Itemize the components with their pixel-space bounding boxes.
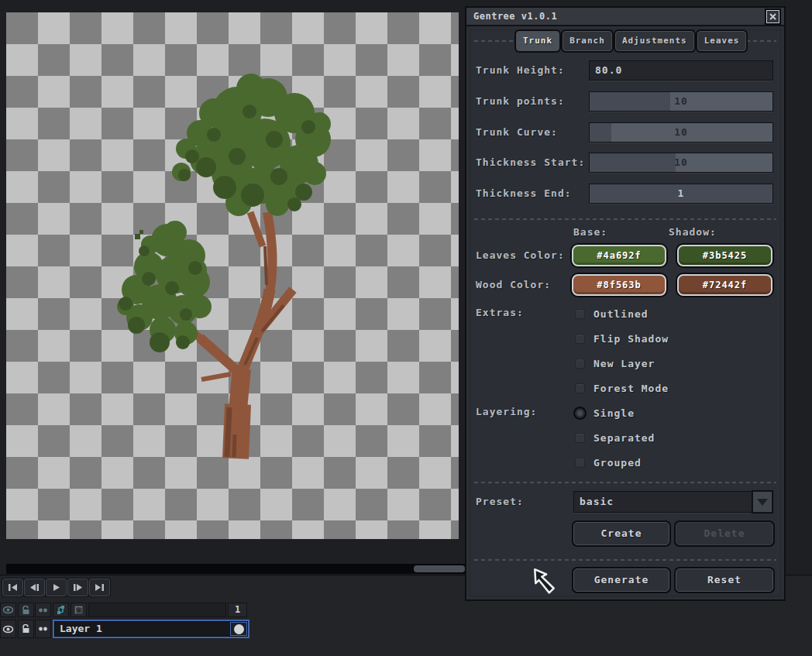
leaves-shadow-color-button[interactable]: #3b5425 bbox=[677, 245, 772, 266]
continuous-layer-toggle[interactable] bbox=[53, 603, 69, 617]
scrollbar-thumb[interactable] bbox=[414, 565, 465, 572]
cel-content-dot bbox=[234, 624, 244, 634]
close-icon bbox=[769, 13, 776, 20]
layer-onion-skin-toggle[interactable] bbox=[35, 620, 51, 638]
tree-sprite bbox=[6, 12, 459, 539]
slider-value: 10 bbox=[590, 153, 772, 172]
gentree-dialog: Gentree v1.0.1 Trunk Branch Adjustments … bbox=[466, 8, 784, 599]
extras-option-flip-shadow: Flip Shadow bbox=[575, 331, 669, 345]
delete-preset-button[interactable]: Delete bbox=[676, 522, 773, 545]
lock-open-icon bbox=[22, 606, 30, 615]
extras-option-outlined: Outlined bbox=[575, 307, 649, 321]
preset-dropdown-button[interactable] bbox=[752, 491, 772, 513]
base-column-header: Base: bbox=[573, 226, 607, 238]
layer-visibility-toggle[interactable] bbox=[0, 620, 16, 638]
layering-label: Layering: bbox=[476, 406, 537, 417]
flip-shadow-checkbox[interactable] bbox=[575, 334, 585, 344]
close-button[interactable] bbox=[766, 10, 779, 23]
aseprite-editor: 1 Layer 1 Gentree v1.0.1 bbox=[0, 0, 812, 656]
tab-trunk[interactable]: Trunk bbox=[516, 31, 559, 51]
canvas-viewport[interactable] bbox=[6, 12, 459, 539]
forest-mode-checkbox[interactable] bbox=[575, 383, 585, 393]
wood-shadow-color-button[interactable]: #72442f bbox=[677, 274, 772, 296]
extras-option-forest-mode: Forest Mode bbox=[575, 381, 669, 395]
checkbox-label: New Layer bbox=[594, 358, 655, 369]
next-frame-button[interactable] bbox=[67, 579, 88, 596]
layer-name: Layer 1 bbox=[60, 623, 102, 634]
leaves-base-color-button[interactable]: #4a692f bbox=[572, 245, 666, 266]
layering-option-single: Single bbox=[575, 406, 635, 420]
cel-outline-icon bbox=[74, 606, 83, 614]
radio-label: Separated bbox=[594, 432, 655, 444]
layer-lock-toggle[interactable] bbox=[18, 620, 34, 638]
trunk-curve-slider[interactable]: 10 bbox=[589, 122, 773, 143]
play-icon bbox=[51, 583, 61, 592]
onion-skin-toggle[interactable] bbox=[35, 603, 51, 617]
layer-name-box[interactable]: Layer 1 bbox=[53, 620, 249, 638]
wood-base-color-button[interactable]: #8f563b bbox=[572, 274, 666, 296]
tab-label: Adjustments bbox=[622, 36, 687, 46]
checkbox-label: Flip Shadow bbox=[594, 333, 669, 345]
frame-number-header[interactable]: 1 bbox=[228, 603, 247, 617]
trunk-points-slider[interactable]: 10 bbox=[589, 91, 773, 112]
canvas-horizontal-scrollbar[interactable] bbox=[6, 564, 466, 574]
preset-label: Preset: bbox=[476, 496, 524, 507]
shadow-column-header: Shadow: bbox=[669, 226, 717, 238]
prev-frame-icon bbox=[29, 583, 40, 592]
new-layer-checkbox[interactable] bbox=[575, 359, 585, 369]
preset-combobox[interactable]: basic bbox=[573, 491, 753, 513]
trunk-height-input[interactable]: 80.0 bbox=[589, 60, 773, 81]
tab-label: Trunk bbox=[523, 36, 552, 46]
separator-dashed bbox=[474, 482, 776, 483]
tab-branch[interactable]: Branch bbox=[563, 31, 612, 51]
radio-label: Grouped bbox=[594, 457, 642, 469]
cel-outline-toggle[interactable] bbox=[71, 603, 87, 617]
thickness-end-slider[interactable]: 1 bbox=[589, 184, 773, 204]
thickness-start-slider[interactable]: 10 bbox=[589, 153, 773, 173]
cel-thumbnail[interactable] bbox=[230, 622, 247, 636]
layers-visibility-toggle[interactable] bbox=[0, 603, 16, 617]
tab-label: Branch bbox=[569, 36, 605, 46]
play-button[interactable] bbox=[46, 579, 67, 596]
lock-icon bbox=[22, 624, 30, 634]
eye-icon bbox=[2, 625, 14, 634]
generate-button[interactable]: Generate bbox=[573, 568, 669, 592]
dialog-title: Gentree v1.0.1 bbox=[473, 11, 557, 22]
slider-value: 10 bbox=[590, 92, 772, 111]
single-radio[interactable] bbox=[575, 408, 585, 418]
layers-lock-toggle[interactable] bbox=[18, 603, 34, 617]
trunk-curve-label: Trunk Curve: bbox=[476, 122, 558, 143]
checkbox-label: Outlined bbox=[594, 308, 649, 320]
timeline-header-spacer bbox=[88, 603, 226, 617]
skip-to-end-button[interactable] bbox=[89, 579, 110, 596]
skip-to-start-button[interactable] bbox=[2, 579, 23, 596]
continuous-layer-icon bbox=[56, 605, 66, 615]
next-frame-icon bbox=[73, 583, 83, 592]
separator-dashed bbox=[474, 218, 776, 220]
extras-label: Extras: bbox=[476, 307, 524, 318]
grouped-radio[interactable] bbox=[575, 458, 585, 468]
separated-radio[interactable] bbox=[575, 433, 585, 443]
slider-value: 1 bbox=[590, 184, 772, 203]
trunk-points-label: Trunk points: bbox=[476, 91, 565, 112]
mouse-cursor-icon bbox=[532, 567, 558, 595]
extras-option-new-layer: New Layer bbox=[575, 356, 655, 370]
outlined-checkbox[interactable] bbox=[575, 309, 585, 319]
thickness-end-label: Thickness End: bbox=[476, 184, 572, 204]
prev-frame-button[interactable] bbox=[24, 579, 45, 596]
checkbox-label: Forest Mode bbox=[594, 383, 669, 394]
leaves-color-label: Leaves Color: bbox=[476, 245, 565, 266]
radio-label: Single bbox=[594, 407, 635, 419]
create-preset-button[interactable]: Create bbox=[573, 522, 669, 545]
onion-skin-icon bbox=[38, 626, 48, 632]
onion-skin-icon bbox=[38, 607, 48, 613]
dialog-titlebar[interactable]: Gentree v1.0.1 bbox=[466, 8, 784, 26]
trunk-height-label: Trunk Height: bbox=[476, 60, 565, 81]
wood-color-label: Wood Color: bbox=[476, 274, 551, 296]
skip-to-start-icon bbox=[8, 583, 18, 592]
tab-adjustments[interactable]: Adjustments bbox=[615, 31, 694, 51]
layering-option-grouped: Grouped bbox=[575, 455, 642, 469]
tab-leaves[interactable]: Leaves bbox=[697, 31, 747, 51]
thickness-start-label: Thickness Start: bbox=[476, 153, 585, 173]
reset-button[interactable]: Reset bbox=[676, 568, 773, 592]
